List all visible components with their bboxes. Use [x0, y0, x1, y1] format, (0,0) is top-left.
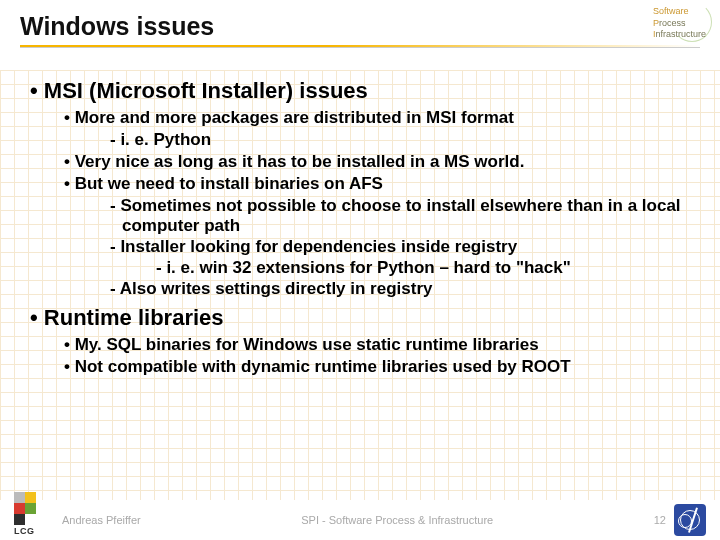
item-1-3a: Sometimes not possible to choose to inst… [110, 196, 690, 236]
footer-center: SPI - Software Process & Infrastructure [141, 514, 654, 526]
item-1-3b: Installer looking for dependencies insid… [110, 237, 690, 257]
slide-content: MSI (Microsoft Installer) issues More an… [0, 56, 720, 377]
item-1-3: But we need to install binaries on AFS [64, 174, 690, 194]
lcg-text: LCG [14, 526, 35, 536]
spi-logo-line2: rocess [659, 18, 686, 28]
item-1-3c: Also writes settings directly in registr… [110, 279, 690, 299]
spi-logo-line3: nfrastructure [655, 29, 706, 39]
footer-page: 12 [654, 514, 666, 526]
item-2-2: Not compatible with dynamic runtime libr… [64, 357, 690, 377]
spi-logo-line1: Software [653, 6, 689, 16]
lcg-logo: LCG [14, 492, 36, 536]
item-2-1: My. SQL binaries for Windows use static … [64, 335, 690, 355]
slide-footer: LCG Andreas Pfeiffer SPI - Software Proc… [0, 500, 720, 540]
footer-author: Andreas Pfeiffer [62, 514, 141, 526]
slide-header: Windows issues [0, 0, 720, 56]
item-1-3b1: i. e. win 32 extensions for Python – har… [156, 258, 690, 278]
title-underline [20, 45, 700, 48]
spi-logo: Software Process Infrastructure [653, 6, 706, 41]
item-1-1a: i. e. Python [110, 130, 690, 150]
item-1-1: More and more packages are distributed i… [64, 108, 690, 128]
item-1-2: Very nice as long as it has to be instal… [64, 152, 690, 172]
slide-title: Windows issues [20, 12, 700, 41]
section-1-title: MSI (Microsoft Installer) issues [30, 78, 690, 104]
cern-logo [674, 504, 706, 536]
section-2-title: Runtime libraries [30, 305, 690, 331]
